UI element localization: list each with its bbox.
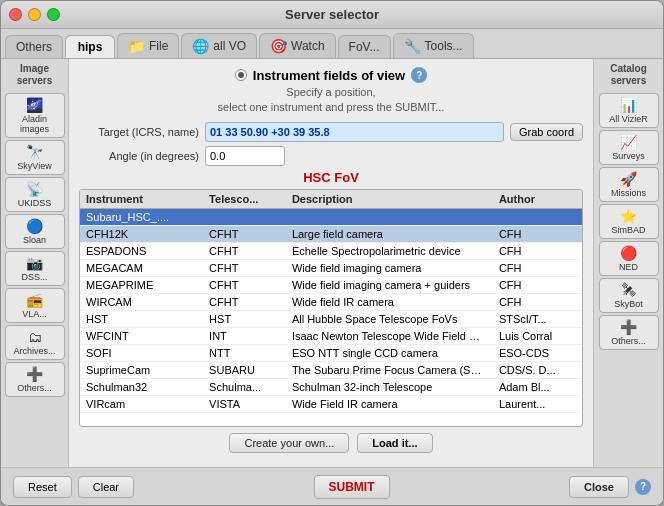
sidebar-item-allvizier[interactable]: 📊 All VizieR	[599, 93, 659, 128]
sidebar-item-ukidss[interactable]: 📡 UKIDSS	[5, 177, 65, 212]
table-row[interactable]: MEGAPRIMECFHTWide field imaging camera +…	[80, 276, 582, 293]
cell-telescope: HST	[203, 310, 286, 327]
table-row[interactable]: SOFINTTESO NTT single CCD cameraESO-CDS	[80, 344, 582, 361]
table-row[interactable]: ESPADONSCFHTEchelle Spectropolarimetric …	[80, 242, 582, 259]
table-row[interactable]: VIRcamVISTAWide Field IR cameraLaurent..…	[80, 395, 582, 412]
sidebar-item-skybot[interactable]: 🛰 SkyBot	[599, 278, 659, 313]
cell-author: CFH	[493, 225, 582, 242]
cell-description: ESO NTT single CCD camera	[286, 344, 493, 361]
cell-instrument: MEGAPRIME	[80, 276, 203, 293]
sidebar-item-skyview[interactable]: 🔭 SkyView	[5, 140, 65, 175]
others-left-label: Others...	[17, 383, 52, 393]
sidebar-item-vla[interactable]: 📻 VLA...	[5, 288, 65, 323]
cell-telescope: CFHT	[203, 276, 286, 293]
cell-instrument: SOFI	[80, 344, 203, 361]
maximize-window-button[interactable]	[47, 8, 60, 21]
grab-coord-button[interactable]: Grab coord	[510, 123, 583, 141]
cell-description: Wide Field IR camera	[286, 395, 493, 412]
close-button[interactable]: Close	[569, 476, 629, 498]
sidebar-item-ned[interactable]: 🔴 NED	[599, 241, 659, 276]
col-instrument: Instrument	[80, 190, 203, 209]
tab-tools[interactable]: 🔧 Tools...	[393, 33, 474, 58]
load-it-button[interactable]: Load it...	[357, 433, 432, 453]
catalog-servers-label: Catalogservers	[610, 63, 647, 87]
close-window-button[interactable]	[9, 8, 22, 21]
sidebar-item-sloan[interactable]: 🔵 Sloan	[5, 214, 65, 249]
cell-description: Schulman 32-inch Telescope	[286, 378, 493, 395]
sidebar-item-others-left[interactable]: ➕ Others...	[5, 362, 65, 397]
sidebar-item-surveys[interactable]: 📈 Surveys	[599, 130, 659, 165]
cell-telescope: NTT	[203, 344, 286, 361]
tab-hips[interactable]: hips	[65, 35, 115, 58]
instrument-table: Instrument Telesco... Description Author…	[80, 190, 582, 413]
help-icon[interactable]: ?	[411, 67, 427, 83]
subtitle-line2: select one instrument and press the SUBM…	[218, 101, 445, 113]
ned-label: NED	[619, 262, 638, 272]
skybot-icon: 🛰	[622, 282, 636, 298]
table-row[interactable]: MEGACAMCFHTWide field imaging cameraCFH	[80, 259, 582, 276]
dss-icon: 📷	[26, 255, 43, 271]
cell-description: All Hubble Space Telescope FoVs	[286, 310, 493, 327]
table-row[interactable]: HSTHSTAll Hubble Space Telescope FoVsSTS…	[80, 310, 582, 327]
simbad-label: SimBAD	[611, 225, 645, 235]
table-row[interactable]: WIRCAMCFHTWide field IR cameraCFH	[80, 293, 582, 310]
cell-author: ESO-CDS	[493, 344, 582, 361]
target-input[interactable]	[205, 122, 504, 142]
surveys-label: Surveys	[612, 151, 645, 161]
surveys-icon: 📈	[620, 134, 637, 150]
cell-description: Isaac Newton Telescope Wide Field Ca...	[286, 327, 493, 344]
sidebar-item-aladin[interactable]: 🌌 Aladinimages	[5, 93, 65, 138]
vla-icon: 📻	[26, 292, 43, 308]
sloan-icon: 🔵	[26, 218, 43, 234]
subtitle: Specify a position, select one instrumen…	[79, 85, 583, 116]
footer-help-icon[interactable]: ?	[635, 479, 651, 495]
aladin-label: Aladinimages	[20, 114, 49, 134]
table-row[interactable]: SuprimeCamSUBARUThe Subaru Prime Focus C…	[80, 361, 582, 378]
skybot-label: SkyBot	[614, 299, 643, 309]
target-label: Target (ICRS, name)	[79, 126, 199, 138]
angle-input[interactable]	[205, 146, 285, 166]
archives-icon: 🗂	[28, 329, 42, 345]
tab-allvo-label: all VO	[213, 39, 246, 53]
skyview-icon: 🔭	[26, 144, 43, 160]
minimize-window-button[interactable]	[28, 8, 41, 21]
missions-icon: 🚀	[620, 171, 637, 187]
allvizier-label: All VizieR	[609, 114, 647, 124]
reset-button[interactable]: Reset	[13, 476, 72, 498]
cell-telescope: INT	[203, 327, 286, 344]
sidebar-item-archives[interactable]: 🗂 Archives...	[5, 325, 65, 360]
tab-fov[interactable]: FoV...	[338, 35, 391, 58]
table-row[interactable]: Subaru_HSC_....	[80, 208, 582, 225]
cell-instrument: WIRCAM	[80, 293, 203, 310]
sidebar-item-dss[interactable]: 📷 DSS...	[5, 251, 65, 286]
tab-watch[interactable]: 🎯 Watch	[259, 33, 336, 58]
main-window: Server selector Others hips 📁 File 🌐 all…	[0, 0, 664, 506]
sidebar-item-others-right[interactable]: ➕ Others...	[599, 315, 659, 350]
content-area: Instrument fields of view ? Specify a po…	[69, 59, 593, 467]
table-row[interactable]: Schulman32Schulma...Schulman 32-inch Tel…	[80, 378, 582, 395]
subtitle-line1: Specify a position,	[286, 86, 375, 98]
table-header-row: Instrument Telesco... Description Author	[80, 190, 582, 209]
tab-allvo[interactable]: 🌐 all VO	[181, 33, 257, 58]
radio-button[interactable]	[235, 69, 247, 81]
tab-fov-label: FoV...	[349, 40, 380, 54]
window-title: Server selector	[285, 7, 379, 22]
tab-file[interactable]: 📁 File	[117, 33, 179, 58]
table-row[interactable]: WFCINTINTIsaac Newton Telescope Wide Fie…	[80, 327, 582, 344]
cell-author: CFH	[493, 242, 582, 259]
footer: Reset Clear SUBMIT Close ?	[1, 467, 663, 505]
angle-row: Angle (in degrees)	[79, 146, 583, 166]
tab-others-label: Others	[16, 40, 52, 54]
tab-others[interactable]: Others	[5, 35, 63, 58]
create-own-button[interactable]: Create your own...	[229, 433, 349, 453]
clear-button[interactable]: Clear	[78, 476, 134, 498]
submit-button[interactable]: SUBMIT	[314, 475, 390, 499]
ukidss-label: UKIDSS	[18, 198, 52, 208]
missions-label: Missions	[611, 188, 646, 198]
section-title-text: Instrument fields of view	[253, 68, 405, 83]
bottom-buttons: Create your own... Load it...	[79, 433, 583, 453]
sidebar-item-missions[interactable]: 🚀 Missions	[599, 167, 659, 202]
table-row[interactable]: CFH12KCFHTLarge field cameraCFH	[80, 225, 582, 242]
sidebar-item-simbad[interactable]: ⭐ SimBAD	[599, 204, 659, 239]
cell-author: CFH	[493, 276, 582, 293]
